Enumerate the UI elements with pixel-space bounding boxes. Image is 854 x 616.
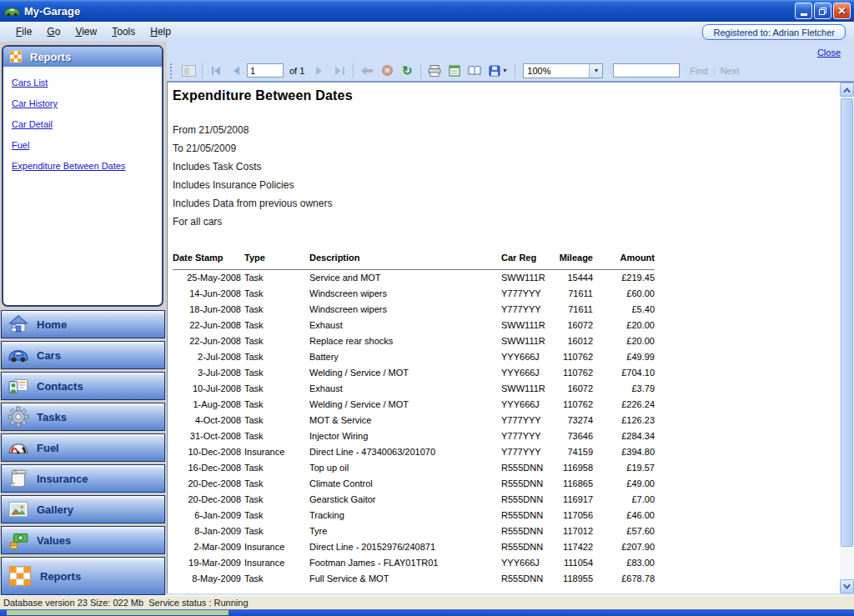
sidebar-item-fuel[interactable]: Fuel bbox=[1, 433, 165, 462]
zoom-dropdown-arrow-icon: ▼ bbox=[589, 64, 602, 78]
sidebar-item-values[interactable]: Values bbox=[1, 526, 165, 554]
next-page-button[interactable] bbox=[310, 63, 329, 79]
back-button[interactable] bbox=[358, 63, 376, 79]
table-cell: £3.79 bbox=[593, 381, 655, 397]
sidebar-item-tasks[interactable]: Tasks bbox=[1, 403, 165, 431]
table-cell: R555DNN bbox=[500, 492, 548, 508]
restore-button[interactable] bbox=[814, 3, 831, 19]
link-car-detail[interactable]: Car Detail bbox=[12, 119, 53, 129]
find-button[interactable]: Find bbox=[690, 66, 707, 76]
table-cell: £20.00 bbox=[593, 318, 655, 333]
table-row: 4-Oct-2008TaskMOT & ServiceY777YYY73274£… bbox=[173, 413, 655, 428]
scrollbar-thumb[interactable] bbox=[841, 98, 853, 547]
sidebar: Reports Cars List Car History Car Detail… bbox=[0, 42, 167, 595]
table-cell: Task bbox=[241, 349, 308, 365]
registered-to-button[interactable]: Registered to: Adrian Fletcher bbox=[702, 24, 846, 40]
first-page-button[interactable] bbox=[207, 63, 225, 79]
close-window-button[interactable]: ✕ bbox=[833, 3, 851, 19]
toolbar-grip[interactable] bbox=[170, 63, 175, 78]
col-description: Description bbox=[308, 253, 500, 270]
sidebar-item-insurance[interactable]: Insurance bbox=[1, 464, 165, 493]
page-setup-button[interactable] bbox=[465, 63, 484, 79]
vertical-scrollbar[interactable] bbox=[840, 83, 854, 593]
table-cell: £7.00 bbox=[593, 492, 655, 508]
report-includes-insurance: Includes Insurance Policies bbox=[173, 176, 332, 194]
print-button[interactable] bbox=[425, 63, 444, 79]
print-layout-button[interactable] bbox=[445, 63, 464, 79]
link-fuel[interactable]: Fuel bbox=[12, 140, 29, 150]
col-mileage: Mileage bbox=[548, 253, 593, 270]
window-bottom-border bbox=[0, 609, 854, 616]
fuel-gauge-icon bbox=[8, 437, 29, 458]
table-cell: 111054 bbox=[548, 555, 593, 571]
table-row: 2-Mar-2009InsuranceDirect Line - 2015297… bbox=[173, 539, 655, 555]
table-cell: Climate Control bbox=[308, 476, 500, 492]
table-cell: YYY666J bbox=[500, 365, 548, 381]
table-cell: £226.24 bbox=[593, 397, 655, 413]
zoom-select[interactable]: 100% ▼ bbox=[523, 63, 603, 78]
money-icon bbox=[8, 529, 29, 551]
table-cell: Task bbox=[241, 270, 308, 286]
stop-button[interactable]: ✕ bbox=[378, 63, 396, 79]
table-cell: 10-Jul-2008 bbox=[173, 381, 241, 397]
report-meta: From 21/05/2008 To 21/05/2009 Includes T… bbox=[173, 121, 332, 231]
table-row: 2-Jul-2008TaskBatteryYYY666J110762£49.99 bbox=[173, 349, 655, 365]
scroll-down-button[interactable] bbox=[840, 579, 854, 593]
table-cell: Exhaust bbox=[308, 318, 500, 333]
document-map-button[interactable] bbox=[179, 63, 198, 79]
table-cell: 116917 bbox=[548, 492, 593, 508]
table-cell: SWW111R bbox=[500, 318, 548, 333]
printer-icon bbox=[428, 65, 441, 77]
page-number-input[interactable] bbox=[247, 63, 284, 78]
link-car-history[interactable]: Car History bbox=[12, 98, 58, 108]
table-cell: £284.34 bbox=[593, 428, 655, 444]
menu-view[interactable]: View bbox=[68, 23, 104, 40]
table-cell: Top up oil bbox=[308, 460, 500, 476]
expenditure-table: Date Stamp Type Description Car Reg Mile… bbox=[173, 253, 655, 587]
link-expenditure-between-dates[interactable]: Expenditure Between Dates bbox=[12, 161, 125, 171]
menu-file[interactable]: File bbox=[8, 23, 39, 40]
sidebar-nav: Home Cars Contacts Tasks Fuel Insurance … bbox=[1, 310, 165, 598]
table-cell: Welding / Service / MOT bbox=[308, 365, 500, 381]
table-cell: R555DNN bbox=[500, 539, 548, 555]
table-cell: 73274 bbox=[548, 413, 593, 428]
table-cell: £126.23 bbox=[593, 413, 655, 428]
find-next-button[interactable]: Next bbox=[721, 66, 740, 76]
report-area: Close of 1 ✕ ↻ bbox=[167, 42, 854, 595]
table-cell: 110762 bbox=[548, 397, 593, 413]
refresh-button[interactable]: ↻ bbox=[398, 63, 416, 79]
menu-go[interactable]: Go bbox=[39, 23, 68, 40]
sidebar-item-home[interactable]: Home bbox=[1, 310, 165, 338]
sidebar-item-cars[interactable]: Cars bbox=[1, 341, 165, 369]
table-cell: YYY666J bbox=[500, 349, 548, 365]
previous-page-button[interactable] bbox=[227, 63, 245, 79]
sidebar-item-contacts[interactable]: Contacts bbox=[1, 372, 165, 400]
print-layout-icon bbox=[449, 65, 460, 77]
table-row: 6-Jan-2009TaskTrackingR555DNN117056£46.0… bbox=[173, 508, 655, 523]
find-text-input[interactable] bbox=[613, 63, 680, 78]
link-cars-list[interactable]: Cars List bbox=[12, 78, 48, 88]
last-page-button[interactable] bbox=[330, 63, 349, 79]
minimize-button[interactable] bbox=[795, 3, 812, 19]
table-row: 31-Oct-2008TaskInjector WiringY777YYY736… bbox=[173, 428, 655, 444]
export-save-button[interactable]: ▼ bbox=[485, 63, 510, 79]
table-cell: £704.10 bbox=[593, 365, 655, 381]
scroll-up-button[interactable] bbox=[840, 83, 854, 97]
zoom-value: 100% bbox=[527, 66, 550, 76]
table-cell: £60.00 bbox=[593, 286, 655, 302]
menu-tools[interactable]: Tools bbox=[104, 23, 143, 40]
table-row: 8-May-2009TaskFull Service & MOTR555DNN1… bbox=[173, 571, 655, 587]
sidebar-item-reports[interactable]: Reports bbox=[1, 557, 165, 595]
close-report-link[interactable]: Close bbox=[817, 48, 841, 58]
scroll-icon bbox=[8, 468, 29, 489]
table-cell: Footman James - FLAY01TR01 bbox=[308, 555, 500, 571]
reports-panel: Reports Cars List Car History Car Detail… bbox=[2, 45, 163, 307]
sidebar-item-gallery[interactable]: Gallery bbox=[1, 495, 165, 523]
table-row: 19-Mar-2009InsuranceFootman James - FLAY… bbox=[173, 555, 655, 571]
table-cell: SWW111R bbox=[500, 381, 548, 397]
next-page-icon bbox=[316, 67, 323, 75]
table-cell: 16-Dec-2008 bbox=[173, 460, 241, 476]
menu-help[interactable]: Help bbox=[143, 23, 178, 40]
chevron-up-icon bbox=[843, 88, 851, 93]
status-text: Database version 23 Size: 022 Mb Service… bbox=[3, 598, 249, 608]
